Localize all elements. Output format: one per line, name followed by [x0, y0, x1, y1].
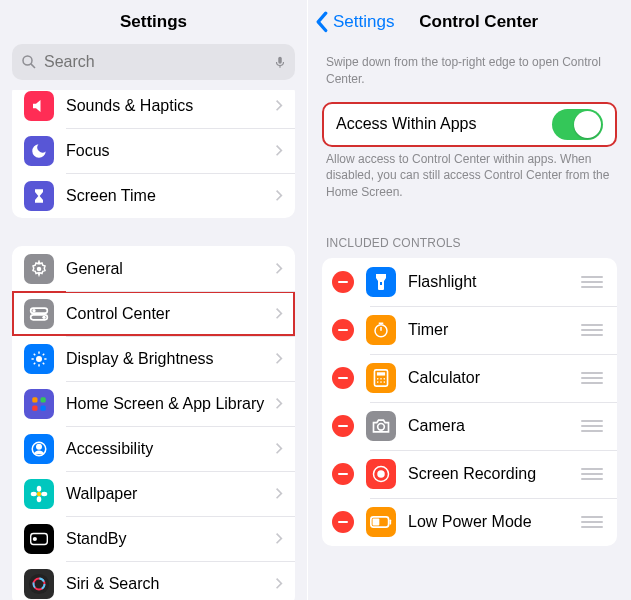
- svg-line-17: [43, 353, 45, 355]
- person-icon: [24, 434, 54, 464]
- page-title: Settings: [120, 12, 187, 32]
- control-row-camera[interactable]: Camera: [322, 402, 617, 450]
- settings-row-general[interactable]: General: [12, 246, 295, 291]
- flower-icon: [24, 479, 54, 509]
- settings-row-wallpaper[interactable]: Wallpaper: [12, 471, 295, 516]
- chevron-right-icon: [275, 442, 283, 455]
- remove-button[interactable]: [332, 319, 354, 341]
- drag-handle[interactable]: [581, 420, 607, 432]
- remove-button[interactable]: [332, 415, 354, 437]
- chevron-right-icon: [275, 577, 283, 590]
- svg-line-16: [34, 362, 36, 364]
- standby-icon: [24, 524, 54, 554]
- settings-row-home-screen[interactable]: Home Screen & App Library: [12, 381, 295, 426]
- drag-handle[interactable]: [581, 324, 607, 336]
- settings-row-focus[interactable]: Focus: [12, 128, 295, 173]
- svg-rect-34: [380, 282, 382, 285]
- search-icon: [20, 53, 38, 71]
- chevron-right-icon: [275, 144, 283, 157]
- search-bar[interactable]: [12, 44, 295, 80]
- control-row-flashlight[interactable]: Flashlight: [322, 258, 617, 306]
- row-label: Home Screen & App Library: [66, 395, 275, 413]
- control-row-screen-recording[interactable]: Screen Recording: [322, 450, 617, 498]
- svg-point-45: [383, 381, 385, 383]
- grid-icon: [24, 389, 54, 419]
- svg-rect-19: [41, 397, 46, 402]
- settings-row-screen-time[interactable]: Screen Time: [12, 173, 295, 218]
- flashlight-icon: [366, 267, 396, 297]
- svg-point-30: [33, 536, 37, 540]
- remove-button[interactable]: [332, 511, 354, 533]
- svg-point-42: [383, 378, 385, 380]
- control-row-calculator[interactable]: Calculator: [322, 354, 617, 402]
- remove-button[interactable]: [332, 367, 354, 389]
- svg-point-46: [378, 423, 385, 430]
- chevron-right-icon: [275, 307, 283, 320]
- access-within-apps-row[interactable]: Access Within Apps: [322, 102, 617, 147]
- settings-right-pane: Settings Control Center Swipe down from …: [308, 0, 631, 600]
- remove-button[interactable]: [332, 271, 354, 293]
- nav-title: Control Center: [334, 12, 623, 32]
- remove-button[interactable]: [332, 463, 354, 485]
- switches-icon: [24, 299, 54, 329]
- svg-point-8: [42, 315, 45, 318]
- settings-group-2: GeneralControl CenterDisplay & Brightnes…: [12, 246, 295, 600]
- search-wrap: [0, 44, 307, 90]
- svg-point-26: [37, 496, 42, 502]
- svg-point-27: [31, 491, 37, 496]
- svg-line-1: [31, 64, 35, 68]
- control-label: Flashlight: [408, 273, 581, 291]
- svg-point-25: [37, 485, 42, 491]
- svg-point-9: [36, 356, 42, 362]
- settings-row-control-center[interactable]: Control Center: [12, 291, 295, 336]
- sun-icon: [24, 344, 54, 374]
- nav-bar: Settings Control Center: [308, 0, 631, 44]
- control-row-low-power[interactable]: Low Power Mode: [322, 498, 617, 546]
- calc-icon: [366, 363, 396, 393]
- search-input[interactable]: [38, 53, 273, 71]
- control-row-timer[interactable]: Timer: [322, 306, 617, 354]
- svg-rect-51: [373, 518, 380, 525]
- settings-row-siri-search[interactable]: Siri & Search: [12, 561, 295, 600]
- drag-handle[interactable]: [581, 372, 607, 384]
- toggle-switch[interactable]: [552, 109, 603, 140]
- drag-handle[interactable]: [581, 468, 607, 480]
- left-header: Settings: [0, 0, 307, 44]
- row-label: Accessibility: [66, 440, 275, 458]
- chevron-right-icon: [275, 532, 283, 545]
- record-icon: [366, 459, 396, 489]
- row-label: Screen Time: [66, 187, 275, 205]
- siri-icon: [24, 569, 54, 599]
- settings-row-display-brightness[interactable]: Display & Brightness: [12, 336, 295, 381]
- svg-line-14: [34, 353, 36, 355]
- settings-row-accessibility[interactable]: Accessibility: [12, 426, 295, 471]
- settings-row-standby[interactable]: StandBy: [12, 516, 295, 561]
- svg-point-28: [41, 491, 47, 496]
- control-label: Calculator: [408, 369, 581, 387]
- timer-icon: [366, 315, 396, 345]
- right-body: Swipe down from the top-right edge to op…: [308, 44, 631, 600]
- speaker-icon: [24, 91, 54, 121]
- hourglass-icon: [24, 181, 54, 211]
- intro-caption: Swipe down from the top-right edge to op…: [322, 50, 617, 102]
- settings-row-sounds-haptics[interactable]: Sounds & Haptics: [12, 90, 295, 128]
- settings-scroll[interactable]: Sounds & HapticsFocusScreen Time General…: [0, 90, 307, 600]
- camera-icon: [366, 411, 396, 441]
- drag-handle[interactable]: [581, 276, 607, 288]
- control-label: Screen Recording: [408, 465, 581, 483]
- control-label: Camera: [408, 417, 581, 435]
- included-controls-group: FlashlightTimerCalculatorCameraScreen Re…: [322, 258, 617, 546]
- svg-point-6: [32, 309, 35, 312]
- svg-point-40: [377, 378, 379, 380]
- row-label: Siri & Search: [66, 575, 275, 593]
- chevron-right-icon: [275, 352, 283, 365]
- svg-rect-39: [377, 372, 385, 375]
- chevron-right-icon: [275, 487, 283, 500]
- svg-rect-21: [41, 405, 46, 410]
- svg-point-43: [377, 381, 379, 383]
- svg-point-23: [37, 444, 42, 449]
- mic-icon[interactable]: [273, 55, 287, 69]
- chevron-right-icon: [275, 397, 283, 410]
- chevron-left-icon: [316, 11, 329, 33]
- drag-handle[interactable]: [581, 516, 607, 528]
